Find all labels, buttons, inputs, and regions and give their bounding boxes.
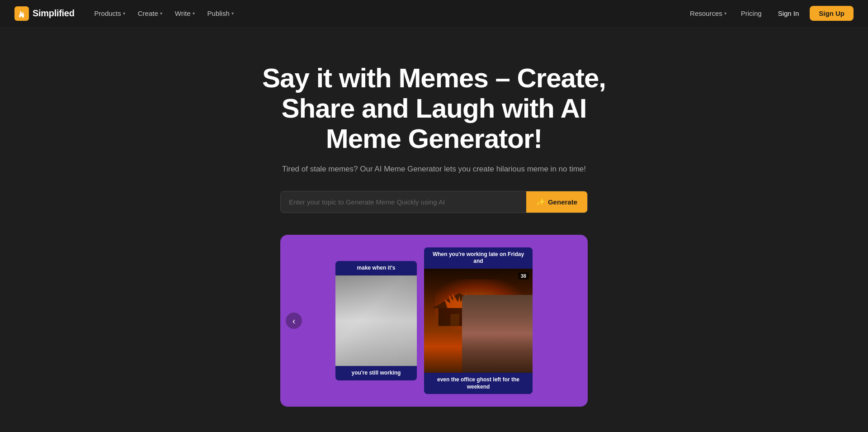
- meme-preview-container: ‹ make when it's you're still working Wh…: [280, 235, 588, 407]
- hero-section: Say it with Memes – Create, Share and La…: [0, 27, 868, 425]
- meme-right-bottom-text: even the office ghost left for the weeke…: [424, 373, 533, 394]
- logo[interactable]: Simplified: [14, 6, 75, 21]
- logo-icon: [14, 6, 29, 21]
- sign-in-button[interactable]: Sign In: [771, 6, 807, 21]
- nav-item-products[interactable]: Products ▾: [89, 7, 131, 20]
- sign-up-button[interactable]: Sign Up: [810, 6, 854, 21]
- svg-rect-3: [450, 314, 459, 326]
- search-input[interactable]: [281, 192, 526, 212]
- chevron-down-icon: ▾: [724, 11, 726, 16]
- wand-icon: ✨: [536, 198, 545, 206]
- meme-card-right: When you're working late on Friday and: [424, 247, 533, 394]
- meme-badge: 38: [518, 272, 529, 280]
- nav-item-write[interactable]: Write ▾: [170, 7, 200, 20]
- meme-right-top-text: When you're working late on Friday and: [424, 247, 533, 269]
- nav-links: Products ▾ Create ▾ Write ▾ Publish ▾: [89, 7, 239, 20]
- nav-right: Resources ▾ Pricing Sign In Sign Up: [684, 6, 854, 21]
- generate-button[interactable]: ✨ Generate: [526, 191, 587, 213]
- nav-item-publish[interactable]: Publish ▾: [202, 7, 239, 20]
- nav-left: Simplified Products ▾ Create ▾ Write ▾ P…: [14, 6, 239, 21]
- meme-left-top-text: make when it's: [335, 261, 417, 275]
- meme-right-image: 38: [424, 269, 533, 373]
- chevron-down-icon: ▾: [231, 11, 234, 16]
- girl-face-overlay: [462, 295, 533, 373]
- chevron-down-icon: ▾: [160, 11, 162, 16]
- brand-name: Simplified: [33, 8, 75, 19]
- nav-item-resources[interactable]: Resources ▾: [684, 7, 732, 20]
- hero-subtitle: Tired of stale memes? Our AI Meme Genera…: [282, 163, 586, 175]
- meme-cards: make when it's you're still working When…: [335, 247, 533, 394]
- meme-card-left: make when it's you're still working: [335, 261, 417, 380]
- prev-arrow-button[interactable]: ‹: [286, 313, 302, 329]
- chevron-down-icon: ▾: [123, 11, 125, 16]
- meme-search-bar: ✨ Generate: [280, 191, 588, 213]
- meme-left-image: [335, 275, 417, 366]
- fire-scene: 38: [424, 269, 533, 373]
- nav-item-create[interactable]: Create ▾: [132, 7, 168, 20]
- navbar: Simplified Products ▾ Create ▾ Write ▾ P…: [0, 0, 868, 27]
- chevron-down-icon: ▾: [193, 11, 195, 16]
- meme-left-bottom-text: you're still working: [335, 366, 417, 380]
- hero-title: Say it with Memes – Create, Share and La…: [249, 63, 619, 154]
- nav-item-pricing[interactable]: Pricing: [736, 7, 767, 20]
